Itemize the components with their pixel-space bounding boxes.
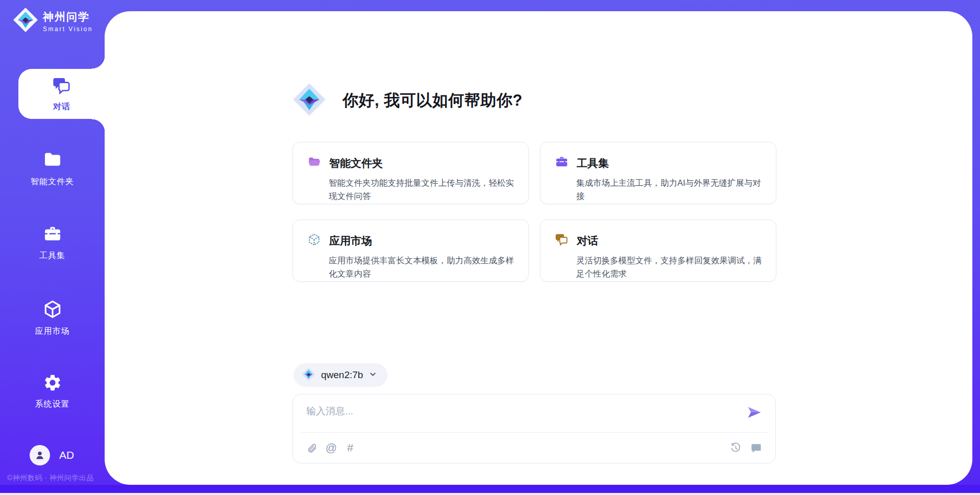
card-title: 工具集 bbox=[577, 156, 609, 170]
brand-name: 神州问学 bbox=[43, 10, 93, 24]
card-chat[interactable]: 对话 灵活切换多模型文件，支持多样回复效果调试，满足个性化需求 bbox=[540, 219, 776, 282]
sidebar-item-label: 应用市场 bbox=[35, 326, 70, 337]
sidebar: 神州问学 Smart Vision 对话 bbox=[0, 0, 105, 493]
cube-grid-icon bbox=[307, 233, 321, 249]
card-title: 对话 bbox=[577, 234, 598, 248]
sidebar-item-toolset[interactable]: 工具集 bbox=[0, 225, 105, 261]
card-description: 灵活切换多模型文件，支持多样回复效果调试，满足个性化需求 bbox=[576, 254, 762, 280]
card-title: 应用市场 bbox=[329, 234, 372, 248]
sidebar-item-app-market[interactable]: 应用市场 bbox=[0, 299, 105, 337]
card-description: 应用市场提供丰富长文本模板，助力高效生成多样化文章内容 bbox=[329, 254, 514, 280]
comment-icon[interactable] bbox=[750, 441, 762, 455]
greeting-title: 你好, 我可以如何帮助你? bbox=[342, 90, 523, 111]
chevron-down-icon bbox=[369, 370, 377, 381]
toolbox-icon bbox=[555, 155, 569, 171]
send-icon[interactable] bbox=[747, 405, 762, 420]
hash-icon[interactable]: # bbox=[344, 441, 356, 455]
app-root: 你好, 我可以如何帮助你? 智能文件夹 bbox=[0, 0, 980, 495]
sidebar-item-label: 系统设置 bbox=[35, 399, 70, 410]
app-background: 你好, 我可以如何帮助你? 智能文件夹 bbox=[0, 0, 980, 493]
at-icon[interactable]: @ bbox=[325, 441, 337, 455]
card-app-market[interactable]: 应用市场 应用市场提供丰富长文本模板，助力高效生成多样化文章内容 bbox=[292, 219, 529, 282]
card-description: 集成市场上主流工具，助力AI与外界无缝扩展与对接 bbox=[576, 176, 762, 203]
card-smart-folders[interactable]: 智能文件夹 智能文件夹功能支持批量文件上传与清洗，轻松实现文件问答 bbox=[292, 142, 529, 204]
brand-subtitle: Smart Vision bbox=[43, 26, 93, 33]
card-description: 智能文件夹功能支持批量文件上传与清洗，轻松实现文件问答 bbox=[329, 176, 514, 203]
greeting-header: 你好, 我可以如何帮助你? bbox=[292, 83, 523, 118]
brand: 神州问学 Smart Vision bbox=[13, 7, 93, 35]
sidebar-item-smart-folders[interactable]: 智能文件夹 bbox=[0, 150, 105, 187]
sidebar-item-chat[interactable]: 对话 bbox=[18, 69, 105, 119]
message-textarea[interactable] bbox=[293, 394, 775, 432]
history-icon[interactable] bbox=[729, 441, 742, 455]
sidebar-item-label: 工具集 bbox=[39, 251, 65, 261]
card-title: 智能文件夹 bbox=[329, 156, 383, 170]
folder-icon bbox=[42, 150, 63, 172]
main-content: 你好, 我可以如何帮助你? 智能文件夹 bbox=[105, 11, 972, 485]
bottom-strip bbox=[0, 485, 980, 493]
paperclip-icon[interactable] bbox=[306, 441, 318, 455]
sidebar-item-settings[interactable]: 系统设置 bbox=[0, 373, 105, 410]
user-row[interactable]: AD bbox=[30, 445, 74, 465]
toolbox-icon bbox=[43, 225, 62, 246]
chat-bubbles-icon bbox=[52, 76, 71, 97]
user-name: AD bbox=[59, 449, 74, 461]
gear-icon bbox=[43, 373, 62, 394]
user-avatar-icon bbox=[30, 445, 50, 465]
card-toolset[interactable]: 工具集 集成市场上主流工具，助力AI与外界无缝扩展与对接 bbox=[540, 142, 776, 204]
sidebar-footer: ©神州数码 · 神州问学出品 bbox=[7, 474, 94, 483]
chat-bubbles-icon bbox=[555, 233, 569, 249]
brand-logo-icon bbox=[13, 7, 38, 35]
feature-cards: 智能文件夹 智能文件夹功能支持批量文件上传与清洗，轻松实现文件问答 bbox=[292, 142, 776, 282]
message-input-box: @ # bbox=[292, 394, 776, 463]
composer-toolbar: @ # bbox=[293, 433, 775, 463]
content-column: 你好, 我可以如何帮助你? 智能文件夹 bbox=[292, 11, 776, 485]
open-folder-icon bbox=[307, 155, 321, 171]
diamond-logo-icon bbox=[292, 83, 326, 118]
sidebar-item-label: 智能文件夹 bbox=[31, 177, 74, 187]
model-selector[interactable]: qwen2:7b bbox=[293, 363, 387, 387]
model-name: qwen2:7b bbox=[321, 369, 363, 381]
sidebar-item-label: 对话 bbox=[53, 102, 70, 112]
model-logo-icon bbox=[302, 367, 315, 383]
cube-icon bbox=[42, 299, 63, 321]
